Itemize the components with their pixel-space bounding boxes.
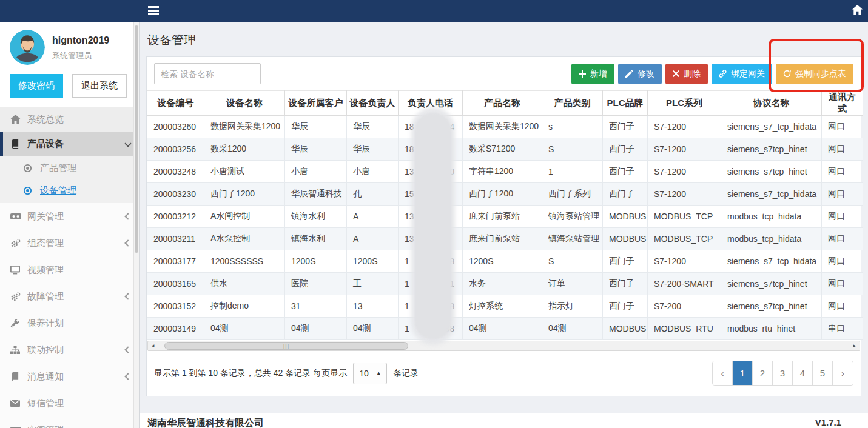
phone-suffix: 38 <box>445 324 454 333</box>
sidebar-item-hmi[interactable]: 组态管理 <box>0 230 139 256</box>
scroll-right-icon[interactable]: ► <box>850 341 860 350</box>
button-label: 绑定网关 <box>731 69 765 79</box>
cell-comm: 网口 <box>822 183 863 206</box>
phone-prefix: 13 <box>405 212 414 221</box>
envelope-icon <box>10 400 27 407</box>
table-row[interactable]: 200003165供水医院王11水务订单西门子S7-200-SMARTsieme… <box>147 273 863 295</box>
refresh-icon <box>783 70 791 78</box>
edit-button[interactable]: 修改 <box>618 64 662 84</box>
cell-owner: 13 <box>347 295 399 318</box>
book-icon <box>10 139 27 149</box>
phone-prefix: 1 <box>405 279 409 289</box>
pagination-summary-prefix: 显示第 1 到第 10 条记录，总共 42 条记录 每页显示 <box>154 368 347 379</box>
sidebar-menu: 系统总览产品设备产品管理设备管理网关管理组态管理视频管理故障管理保养计划联动控制… <box>0 107 139 428</box>
dot-circle-icon <box>23 186 40 195</box>
chevron-left-icon <box>124 239 131 246</box>
horizontal-scrollbar[interactable]: ◄ ► ||| <box>147 341 860 351</box>
sidebar-item-overview[interactable]: 系统总览 <box>0 107 139 132</box>
page-button-3[interactable]: 3 <box>773 361 793 385</box>
table-row[interactable]: 200003230西门子1200华辰智通科技孔15西门子1200西门子系列西门子… <box>147 183 863 206</box>
scroll-left-icon[interactable]: ◄ <box>148 341 158 350</box>
sidebar-item-sms[interactable]: 短信管理 <box>0 390 139 416</box>
cell-device_name: A水泵控制 <box>204 228 285 250</box>
cell-owner: A <box>347 206 399 228</box>
table-row[interactable]: 20000314904测04测04测13804测04测MODBUSMODBUS_… <box>147 318 863 340</box>
sidebar-item-fault[interactable]: 故障管理 <box>0 283 139 310</box>
column-header-protocol: 协议名称 <box>721 91 822 116</box>
delete-button[interactable]: 删除 <box>665 64 708 84</box>
sidebar-item-video[interactable]: 视频管理 <box>0 256 139 283</box>
sidebar-item-label: 组态管理 <box>27 238 64 249</box>
cell-plc_series: S7-1200 <box>648 116 721 138</box>
sidebar-subitem-device-manage[interactable]: 设备管理 <box>0 179 139 202</box>
sidebar-item-space[interactable]: 空间管理 <box>0 416 139 428</box>
table-row[interactable]: 200003260数据网关采集1200华辰华辰184数据网关采集1200s西门子… <box>147 116 863 138</box>
device-table: 设备编号设备名称设备所属客户设备负责人负责人电话产品名称产品类别PLC品牌PLC… <box>147 90 863 340</box>
cell-product_name: 水务 <box>463 273 542 295</box>
table-row[interactable]: 200003211A水泵控制镇海水利A13庶来门前泵站镇海泵站管理MODBUSM… <box>147 228 863 250</box>
cell-comm: 网口 <box>822 273 863 295</box>
cell-protocol: siemens_s7_tcp_hidata <box>721 116 822 138</box>
horizontal-scrollbar-thumb[interactable]: ||| <box>164 342 408 350</box>
gateway-icon <box>10 212 27 221</box>
cell-plc_brand: 西门子 <box>603 295 648 318</box>
hamburger-menu-icon[interactable] <box>148 6 159 15</box>
page-size-select[interactable]: 10 ▲ <box>353 363 387 384</box>
bind-gateway-button[interactable]: 绑定网关 <box>712 64 772 84</box>
cell-comm: 网口 <box>822 116 863 138</box>
cell-plc_brand: 西门子 <box>603 250 648 273</box>
home-icon[interactable] <box>852 5 863 15</box>
sidebar-subitem-product-manage[interactable]: 产品管理 <box>0 157 139 179</box>
cell-product_name: 1200S <box>463 250 542 273</box>
cell-plc_series: S7-1200 <box>648 138 721 161</box>
cell-customer: 31 <box>285 295 347 318</box>
logout-button[interactable]: 退出系统 <box>72 74 127 98</box>
table-row[interactable]: 200003212A水闸控制镇海水利A13庶来门前泵站镇海泵站管理MODBUSM… <box>147 206 863 228</box>
cell-phone: 18 <box>399 295 463 318</box>
cell-product_category: s <box>542 116 603 138</box>
cell-device_id: 200003165 <box>147 273 204 295</box>
sidebar-scrollbar[interactable] <box>133 22 139 428</box>
cell-device_name: 供水 <box>204 273 285 295</box>
cell-comm: 网口 <box>822 295 863 318</box>
sidebar-item-product-device[interactable]: 产品设备 <box>0 132 139 156</box>
column-header-phone: 负责人电话 <box>399 91 463 116</box>
search-input[interactable] <box>154 63 261 84</box>
dot-circle-icon <box>23 164 40 173</box>
book-icon <box>10 372 27 381</box>
column-header-customer: 设备所属客户 <box>285 91 347 116</box>
page-next-button[interactable]: › <box>833 361 853 385</box>
sidebar-scrollbar-thumb[interactable] <box>135 25 138 253</box>
phone-suffix: 8 <box>449 301 454 311</box>
sidebar-item-gateway[interactable]: 网关管理 <box>0 203 139 230</box>
sidebar-item-message[interactable]: 消息通知 <box>0 363 139 390</box>
table-row[interactable]: 2000031771200SSSSSS1200S1200S181200SS西门子… <box>147 250 863 273</box>
add-button[interactable]: 新增 <box>571 64 614 84</box>
phone-prefix: 13 <box>405 167 414 176</box>
cell-plc_series: S7-200 <box>648 295 721 318</box>
force-sync-button[interactable]: 强制同步点表 <box>776 64 853 84</box>
page-button-4[interactable]: 4 <box>793 361 813 385</box>
page-button-1[interactable]: 1 <box>733 361 753 385</box>
cell-product_name: 庶来门前泵站 <box>463 228 542 250</box>
page-button-2[interactable]: 2 <box>753 361 773 385</box>
page-title: 设备管理 <box>140 22 868 56</box>
cell-plc_series: S7-200-SMART <box>648 273 721 295</box>
wrench-icon <box>10 319 27 328</box>
sidebar-item-label: 空间管理 <box>27 424 64 428</box>
table-row[interactable]: 200003256数采1200华辰华辰18数采S71200S西门子S7-1200… <box>147 138 863 161</box>
page-button-5[interactable]: 5 <box>813 361 833 385</box>
cell-device_name: 数采1200 <box>204 138 285 161</box>
page-prev-button[interactable]: ‹ <box>713 361 733 385</box>
sidebar-item-maintain[interactable]: 保养计划 <box>0 310 139 336</box>
page-size-value: 10 <box>359 369 369 378</box>
table-row[interactable]: 200003152控制demo311318灯控系统指示灯西门子S7-200sie… <box>147 295 863 318</box>
change-password-button[interactable]: 修改密码 <box>10 74 63 98</box>
sidebar-item-linkage[interactable]: 联动控制 <box>0 336 139 363</box>
footer-version: V1.7.1 <box>815 417 841 427</box>
cell-device_id: 200003230 <box>147 183 204 206</box>
column-header-plc_series: PLC系列 <box>648 91 721 116</box>
table-row[interactable]: 200003248小唐测试小唐小唐130字符串12001西门子S7-1200si… <box>147 161 863 183</box>
cell-plc_brand: MODBUS <box>603 228 648 250</box>
cell-protocol: siemens_s7tcp_hinet <box>721 138 822 161</box>
